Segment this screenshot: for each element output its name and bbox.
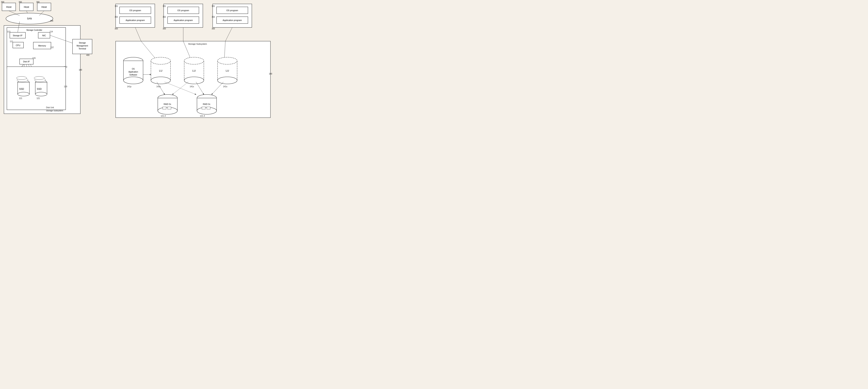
svg-rect-71 (197, 98, 217, 111)
storage-subsystem-outer-label: Storage Subsystem (46, 110, 63, 112)
svg-text:Host: Host (41, 5, 47, 8)
svg-line-22 (24, 64, 25, 72)
host2-app-ref: 302 (163, 16, 166, 18)
svg-line-24 (28, 64, 31, 72)
svg-line-8 (27, 11, 27, 13)
svg-line-76 (165, 82, 196, 94)
svg-point-61 (218, 57, 237, 64)
lu3-ref: 141s (223, 86, 227, 88)
host3-os-ref: 301 (212, 5, 215, 7)
svg-point-72 (197, 107, 217, 114)
host3-app-ref: 302 (212, 16, 215, 18)
ssd2-ref: 121 (37, 97, 40, 99)
nic-ref: 114 (50, 31, 53, 33)
svg-rect-17 (72, 39, 92, 54)
svg-rect-40 (164, 4, 203, 27)
disk-unit-label: Disk Unit (46, 107, 54, 109)
svg-line-23 (27, 64, 27, 72)
svg-rect-16 (20, 59, 33, 64)
svg-point-64 (218, 77, 237, 84)
svg-line-77 (173, 82, 188, 94)
svg-line-9 (39, 11, 44, 16)
lu1-ref: 141s (156, 86, 161, 88)
host2-ref-label: 300 (19, 1, 22, 3)
host1-os-ref: 301 (115, 5, 118, 7)
svg-rect-13 (13, 42, 24, 48)
host1-ref: 300 (115, 28, 118, 30)
svg-rect-11 (7, 27, 66, 69)
nic-label: NIC (42, 34, 46, 37)
host2-os-label: OS program (177, 9, 189, 11)
lu3-label: LU (226, 69, 229, 72)
svg-line-82 (183, 41, 190, 57)
primary-label-line2: Application (129, 71, 138, 73)
svg-rect-66 (158, 98, 177, 111)
svg-rect-68 (163, 107, 166, 109)
svg-line-75 (157, 82, 165, 94)
host2-os-ref: 301 (163, 5, 166, 7)
svg-point-56 (151, 77, 170, 84)
host1-app-ref: 302 (115, 16, 118, 18)
cpu-ref: 111 (10, 40, 13, 42)
disk-unit-ref: 120 (64, 86, 67, 88)
svg-line-79 (212, 82, 223, 94)
svg-point-34 (35, 92, 47, 96)
primary-ref: 141p (127, 86, 131, 88)
right-storage-subsystem-label: Storage Subsystem (188, 43, 207, 45)
svg-line-81 (141, 41, 155, 58)
svg-rect-46 (116, 41, 271, 118)
svg-rect-0 (2, 3, 16, 11)
smt-label-line2: Management (76, 45, 88, 47)
disk-if-label: Disk I/F (23, 61, 30, 63)
svg-rect-38 (120, 7, 151, 14)
svg-rect-14 (38, 32, 50, 38)
storage-controller-label: Storage Controller (26, 29, 42, 31)
svg-rect-73 (202, 107, 206, 109)
host3-app-label: Application program (223, 19, 242, 21)
svg-rect-69 (167, 107, 171, 109)
svg-rect-45 (217, 17, 248, 24)
svg-line-18 (50, 35, 72, 43)
raid1-label-line1: RAID Gr. (164, 103, 172, 105)
svg-rect-37 (116, 4, 155, 27)
right-storage-subsystem-ref: 100 (269, 73, 272, 75)
svg-rect-39 (120, 17, 151, 24)
ssd1-ref: 121 (19, 97, 22, 99)
svg-point-50 (123, 57, 143, 64)
storage-if-label: Storage I/F (13, 34, 22, 37)
ssd2-label: SSD (37, 88, 42, 90)
storage-if-ref: 113 (7, 31, 10, 33)
svg-point-52 (123, 77, 143, 84)
svg-line-25 (30, 64, 34, 72)
host1-os-label: OS program (129, 9, 141, 11)
svg-rect-41 (167, 7, 199, 14)
svg-line-83 (224, 41, 225, 57)
svg-line-20 (16, 64, 24, 72)
svg-point-30 (17, 78, 28, 82)
svg-rect-42 (167, 17, 199, 24)
svg-rect-12 (10, 32, 26, 38)
smt-label-line3: Terminal (79, 48, 86, 50)
svg-text:Host: Host (6, 5, 11, 8)
svg-rect-51 (123, 61, 143, 80)
svg-line-19 (18, 22, 20, 32)
host2-ref: 300 (163, 28, 166, 30)
svg-rect-74 (207, 107, 210, 109)
host1-app-label: Application program (126, 19, 145, 21)
svg-rect-26 (7, 67, 66, 110)
raid1-ref: 121-4 (161, 115, 166, 117)
smt-ref: 400 (86, 54, 90, 56)
san-label: SAN (27, 17, 32, 20)
cpu-label: CPU (16, 44, 20, 47)
svg-point-27 (18, 80, 29, 84)
svg-point-60 (184, 77, 204, 84)
svg-rect-43 (213, 4, 252, 27)
svg-point-35 (35, 78, 46, 82)
host1-ref-label: 300 (1, 1, 4, 3)
svg-rect-4 (37, 3, 51, 11)
svg-text:Host: Host (24, 5, 29, 8)
memory-label: Memory (38, 44, 46, 47)
disk-if-ref: 115 (32, 57, 36, 59)
svg-point-31 (17, 77, 27, 80)
storage-subsystem-ref: 100 (79, 69, 82, 71)
